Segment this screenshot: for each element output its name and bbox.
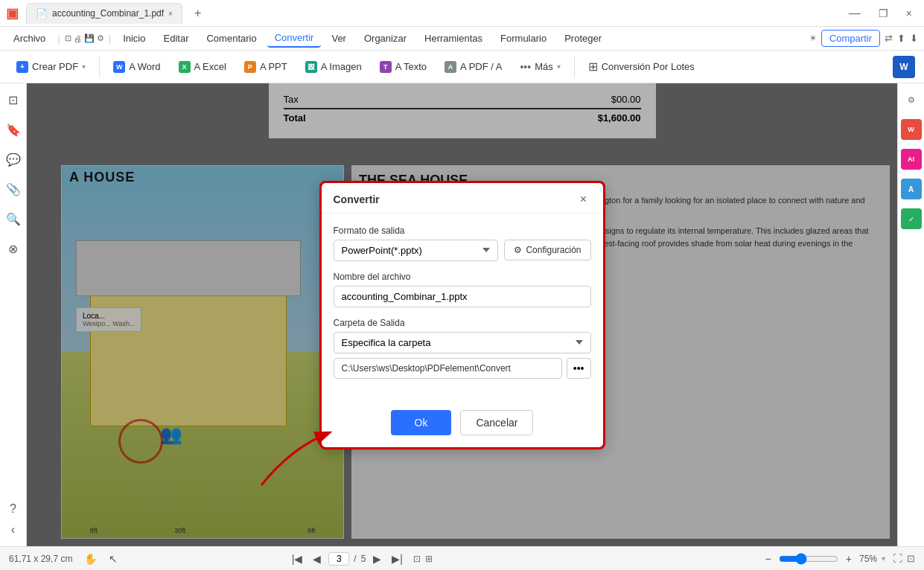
maximize-button[interactable]: ❐ [873, 7, 894, 19]
right-sidebar: ⚙ W AI A ✓ [897, 83, 924, 546]
dialog-close-button[interactable]: × [576, 192, 591, 207]
sidebar-bookmark-icon[interactable]: 🔖 [3, 119, 24, 140]
mas-label: Más [535, 61, 553, 72]
a-imagen-button[interactable]: 🖼 A Imagen [298, 57, 369, 77]
filename-input[interactable] [334, 286, 591, 307]
pdf-icon: 📄 [36, 8, 48, 19]
left-sidebar: ⊡ 🔖 💬 📎 🔍 ⊗ ? ‹ [0, 83, 27, 546]
pdf-a-icon: A [445, 61, 456, 73]
path-input[interactable] [334, 358, 562, 379]
settings-icon[interactable]: ⚙ [97, 33, 104, 43]
mas-button[interactable]: ••• Más ▾ [512, 57, 567, 77]
format-select[interactable]: PowerPoint(*.pptx) [334, 240, 499, 261]
active-tab[interactable]: 📄 accounting_Combinar_1.pdf × [26, 3, 182, 24]
browse-button[interactable]: ••• [567, 358, 591, 379]
menu-herramientas[interactable]: Herramientas [417, 30, 490, 47]
zoom-out-button[interactable]: − [762, 551, 774, 566]
menu-organizar[interactable]: Organizar [357, 30, 414, 47]
filename-label: Nombre del archivo [334, 272, 591, 282]
cancel-button[interactable]: Cancelar [460, 410, 533, 435]
folder-select[interactable]: Especifica la carpeta [334, 332, 591, 353]
menu-proteger[interactable]: Proteger [557, 30, 609, 47]
a-ppt-button[interactable]: P A PPT [237, 57, 295, 77]
menu-convertir[interactable]: Convertir [267, 29, 322, 48]
title-bar: ▣ 📄 accounting_Combinar_1.pdf × + — ❐ × [0, 0, 924, 27]
dialog-title: Convertir [334, 193, 380, 205]
next-page-button[interactable]: ▶ [370, 551, 384, 566]
right-check-icon[interactable]: ✓ [901, 208, 922, 229]
sidebar-search-icon[interactable]: 🔍 [3, 208, 24, 229]
sidebar-help-icon[interactable]: ? [3, 499, 24, 519]
dialog-header: Convertir × [322, 183, 603, 214]
config-button[interactable]: ⚙ Configuración [504, 240, 590, 260]
a-excel-button[interactable]: X A Excel [171, 57, 234, 77]
menu-sep-2: | [107, 33, 112, 44]
menu-archivo[interactable]: Archivo [6, 30, 53, 47]
sidebar-expand-icon[interactable]: ‹ [3, 519, 24, 540]
crear-pdf-label: Crear PDF [32, 61, 78, 72]
right-settings-icon[interactable]: ⚙ [901, 89, 922, 110]
sidebar-home-icon[interactable]: ⊡ [3, 89, 24, 110]
right-a-icon[interactable]: A [901, 179, 922, 199]
ok-button[interactable]: Ok [391, 410, 452, 435]
conversion-lotes-button[interactable]: ⊞ Conversión Por Lotes [581, 56, 702, 77]
menu-editar[interactable]: Editar [156, 30, 197, 47]
zoom-chevron[interactable]: ▾ [882, 554, 885, 563]
prev-page-button[interactable]: ◀ [310, 551, 324, 566]
content-area: Tax $00.00 Total $1,600.00 A HOUSE [27, 83, 897, 546]
download-icon[interactable]: ⬇ [910, 33, 918, 44]
menu-comentario[interactable]: Comentario [199, 30, 264, 47]
add-tab-button[interactable]: + [187, 2, 208, 25]
right-pdf-icon[interactable]: W [901, 119, 922, 140]
a-pdf-a-button[interactable]: A A PDF / A [437, 57, 509, 77]
sidebar-bottom: ? ‹ [3, 499, 24, 540]
folder-group: Carpeta de Salida Especifica la carpeta … [334, 318, 591, 379]
sidebar-layers-icon[interactable]: ⊗ [3, 238, 24, 259]
share-button[interactable]: Compartir [821, 30, 880, 47]
a-texto-button[interactable]: T A Texto [372, 57, 434, 77]
crear-pdf-button[interactable]: + Crear PDF ▾ [9, 57, 93, 77]
sun-icon[interactable]: ☀ [809, 33, 817, 43]
format-row: PowerPoint(*.pptx) ⚙ Configuración [334, 240, 591, 261]
texto-label: A Texto [395, 61, 427, 72]
last-page-button[interactable]: ▶| [389, 551, 406, 566]
dialog-body: Formato de salida PowerPoint(*.pptx) ⚙ C… [322, 214, 603, 401]
menu-inicio[interactable]: Inicio [115, 30, 153, 47]
sidebar-comment-icon[interactable]: 💬 [3, 149, 24, 170]
right-ai-icon[interactable]: AI [901, 149, 922, 170]
first-page-button[interactable]: |◀ [289, 551, 306, 566]
menu-ver[interactable]: Ver [324, 30, 354, 47]
a-word-button[interactable]: W A Word [106, 57, 168, 77]
fullscreen-button[interactable]: ⛶ [893, 553, 902, 564]
share-icon[interactable]: ⇄ [885, 33, 893, 44]
word-label: A Word [129, 61, 160, 72]
fit-width-icon[interactable]: ⊞ [425, 554, 433, 564]
window-icon[interactable]: ⊡ [65, 33, 71, 43]
tab-label: accounting_Combinar_1.pdf [52, 8, 164, 19]
fit-icon[interactable]: ⊡ [907, 553, 915, 564]
menu-formulario[interactable]: Formulario [493, 30, 554, 47]
zoom-slider[interactable] [779, 553, 838, 565]
save-icon[interactable]: 💾 [84, 33, 95, 43]
sidebar-attachment-icon[interactable]: 📎 [3, 179, 24, 199]
page-number-input[interactable] [328, 552, 349, 566]
excel-label: A Excel [194, 61, 226, 72]
zoom-in-button[interactable]: + [843, 551, 855, 566]
minimize-button[interactable]: — [843, 7, 867, 20]
app-logo-icon: ▣ [6, 5, 19, 22]
fit-page-icon[interactable]: ⊡ [413, 554, 421, 564]
print-icon[interactable]: 🖨 [74, 34, 82, 43]
title-bar-left: ▣ 📄 accounting_Combinar_1.pdf × + [6, 2, 843, 25]
main-area: ⊡ 🔖 💬 📎 🔍 ⊗ ? ‹ Tax $00.00 Total $1,600.… [0, 83, 924, 546]
upload-icon[interactable]: ⬆ [897, 33, 905, 44]
status-bar: 61,71 x 29,7 cm ✋ ↖ |◀ ◀ / 5 ▶ ▶| ⊡ ⊞ − … [0, 546, 924, 570]
page-sep: / [354, 554, 356, 564]
hand-tool-icon[interactable]: ✋ [84, 553, 97, 565]
texto-icon: T [380, 61, 392, 73]
dialog-footer: Ok Cancelar [322, 401, 603, 447]
w-floating-icon: W [893, 56, 915, 78]
tab-close-icon[interactable]: × [168, 10, 173, 18]
close-button[interactable]: × [900, 7, 918, 19]
select-tool-icon[interactable]: ↖ [109, 553, 118, 565]
imagen-label: A Imagen [321, 61, 362, 72]
